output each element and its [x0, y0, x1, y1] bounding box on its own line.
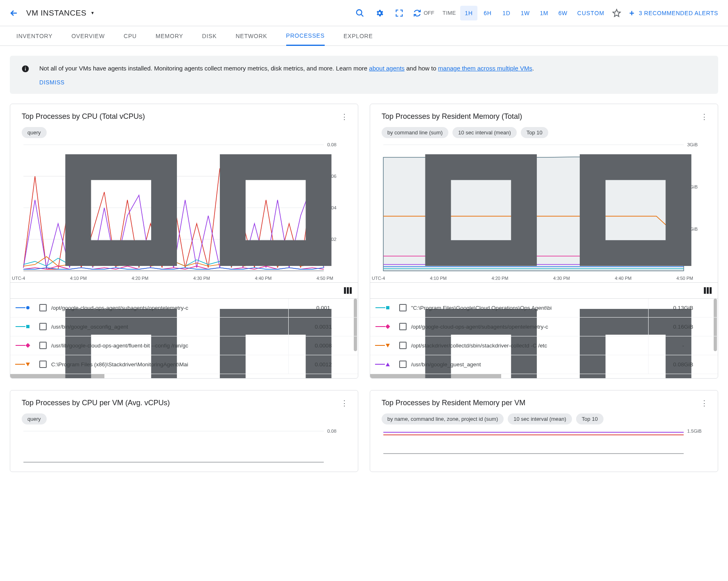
table-row[interactable]: "C:\Program Files\Google\Cloud Operation… — [370, 299, 718, 318]
table-row[interactable]: C:\Program Files (x86)\Stackdriver\Monit… — [10, 355, 358, 374]
legend-value: 0.16GiB — [648, 318, 718, 336]
card-title: Top Processes by Resident Memory per VM — [382, 399, 525, 407]
series-swatch — [10, 306, 35, 309]
dashboard-grid: Top Processes by CPU (Total vCPUs) ⋮ que… — [0, 104, 728, 482]
chip: Top 10 — [576, 413, 604, 424]
tab-disk[interactable]: DISK — [202, 26, 217, 46]
legend-label: /usr/lib/google-cloud-ops-agent/fluent-b… — [51, 343, 288, 349]
tab-network[interactable]: NETWORK — [235, 26, 267, 46]
legend-checkbox[interactable] — [399, 361, 407, 368]
legend-value: - — [648, 336, 718, 355]
chip: 10 sec interval (mean) — [508, 413, 572, 424]
columns-icon — [344, 287, 352, 294]
star-icon — [612, 9, 621, 18]
svg-rect-14 — [78, 167, 164, 253]
legend-label: /opt/stackdriver/collectd/sbin/stackdriv… — [411, 343, 648, 349]
series-swatch — [370, 344, 395, 347]
time-1m[interactable]: 1M — [536, 6, 553, 20]
favorite-button[interactable] — [608, 6, 625, 20]
columns-button[interactable] — [698, 287, 718, 294]
time-custom[interactable]: CUSTOM — [573, 6, 608, 20]
series-swatch — [370, 363, 395, 366]
series-swatch — [10, 363, 35, 366]
legend-value: 0.0012 — [288, 355, 358, 374]
card-title: Top Processes by Resident Memory (Total) — [382, 112, 522, 121]
tab-processes[interactable]: PROCESSES — [286, 26, 325, 46]
table-row[interactable]: /opt/google-cloud-ops-agent/subagents/op… — [10, 299, 358, 318]
refresh-icon — [413, 9, 421, 17]
dismiss-button[interactable]: DISMISS — [39, 79, 534, 86]
card-title: Top Processes by CPU per VM (Avg. vCPUs) — [22, 399, 170, 407]
fullscreen-button[interactable] — [389, 6, 409, 20]
legend-value: 0.001 — [288, 299, 358, 317]
tab-explore[interactable]: EXPLORE — [344, 26, 373, 46]
chip: by name, command line, zone, project id … — [382, 413, 504, 424]
svg-rect-20 — [350, 287, 352, 294]
svg-rect-29 — [592, 167, 678, 253]
legend-checkbox[interactable] — [39, 323, 47, 330]
legend-label: "C:\Program Files\Google\Cloud Operation… — [411, 305, 648, 311]
table-row[interactable]: /opt/google-cloud-ops-agent/subagents/op… — [370, 318, 718, 336]
series-swatch — [370, 325, 395, 328]
time-6w[interactable]: 6W — [554, 6, 572, 20]
legend-rows[interactable]: "C:\Program Files\Google\Cloud Operation… — [370, 299, 718, 374]
caret-down-icon: ▼ — [90, 11, 95, 15]
svg-rect-33 — [707, 287, 709, 294]
series-swatch — [370, 306, 395, 309]
chart-svg: 0.08 — [22, 429, 350, 464]
legend-value: 0.13GiB — [648, 299, 718, 317]
manage-agents-link[interactable]: manage them across multiple VMs — [438, 65, 532, 72]
svg-text:0.08: 0.08 — [327, 429, 337, 433]
time-label: TIME — [439, 10, 460, 16]
tab-cpu[interactable]: CPU — [124, 26, 137, 46]
page-title-dropdown[interactable]: VM INSTANCES ▼ — [26, 9, 95, 18]
legend-label: /opt/google-cloud-ops-agent/subagents/op… — [411, 324, 648, 330]
time-1h[interactable]: 1H — [460, 6, 477, 20]
legend-label: /usr/bin/google_guest_agent — [411, 361, 648, 368]
about-agents-link[interactable]: about agents — [369, 65, 405, 72]
tab-overview[interactable]: OVERVIEW — [71, 26, 105, 46]
chart-memory-per-vm[interactable]: 1.5GiB — [382, 429, 710, 455]
card-more-button[interactable]: ⋮ — [701, 112, 708, 121]
time-range-selector: 1H 6H 1D 1W 1M 6W CUSTOM — [460, 6, 608, 20]
search-button[interactable] — [350, 6, 370, 20]
legend-checkbox[interactable] — [399, 304, 407, 311]
legend-checkbox[interactable] — [39, 361, 47, 368]
refresh-label: OFF — [424, 10, 434, 16]
legend-checkbox[interactable] — [399, 323, 407, 330]
card-memory-total: Top Processes by Resident Memory (Total)… — [370, 104, 718, 379]
table-row[interactable]: /usr/bin/google_osconfig_agent0.0031 — [10, 318, 358, 336]
legend-label: /usr/bin/google_osconfig_agent — [51, 324, 288, 330]
chip: 10 sec interval (mean) — [452, 127, 517, 138]
card-more-button[interactable]: ⋮ — [701, 399, 708, 408]
time-1w[interactable]: 1W — [517, 6, 534, 20]
legend-header: Name — [370, 282, 718, 299]
page-title: VM INSTANCES — [26, 9, 86, 18]
settings-button[interactable] — [370, 6, 389, 20]
tab-memory[interactable]: MEMORY — [156, 26, 183, 46]
table-row[interactable]: /opt/stackdriver/collectd/sbin/stackdriv… — [370, 336, 718, 355]
auto-refresh-toggle[interactable]: OFF — [409, 6, 439, 20]
legend-value: 0.08GiB — [648, 355, 718, 374]
series-swatch — [10, 325, 35, 328]
back-button[interactable] — [7, 6, 21, 20]
agents-banner: Not all of your VMs have agents installe… — [10, 56, 718, 94]
columns-button[interactable] — [338, 287, 358, 294]
card-more-button[interactable]: ⋮ — [341, 112, 348, 121]
chart-cpu-per-vm[interactable]: 0.08 — [22, 429, 350, 464]
card-more-button[interactable]: ⋮ — [341, 399, 348, 408]
table-row[interactable]: /usr/lib/google-cloud-ops-agent/fluent-b… — [10, 336, 358, 355]
legend-rows[interactable]: /opt/google-cloud-ops-agent/subagents/op… — [10, 299, 358, 374]
time-1d[interactable]: 1D — [498, 6, 515, 20]
legend-checkbox[interactable] — [39, 342, 47, 349]
svg-text:1.5GiB: 1.5GiB — [687, 429, 702, 433]
legend-checkbox[interactable] — [399, 342, 407, 349]
legend-checkbox[interactable] — [39, 304, 47, 311]
plus-icon — [628, 9, 635, 17]
table-row[interactable]: /usr/bin/google_guest_agent0.08GiB — [370, 355, 718, 374]
legend-value: 0.0031 — [288, 318, 358, 336]
search-icon — [355, 9, 364, 18]
time-6h[interactable]: 6H — [479, 6, 496, 20]
tab-inventory[interactable]: INVENTORY — [16, 26, 52, 46]
recommended-alerts-button[interactable]: 3 RECOMMENDED ALERTS — [625, 9, 721, 17]
